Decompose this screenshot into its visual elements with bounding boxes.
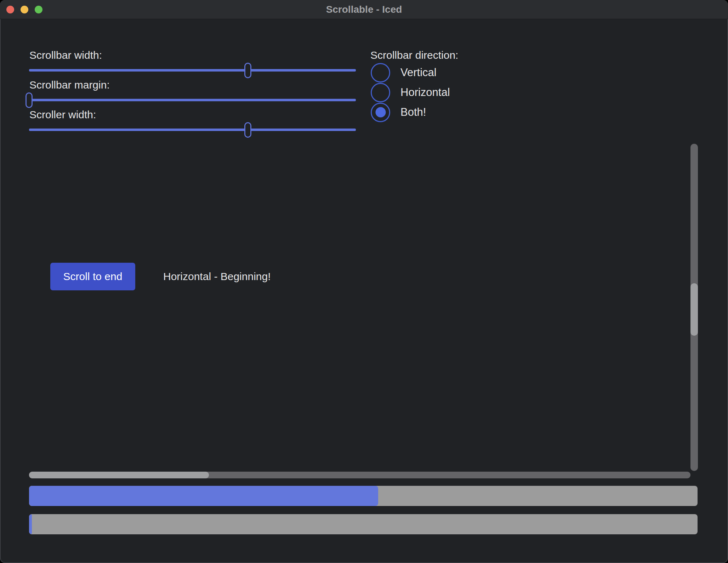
radio-option-horizontal[interactable]: Horizontal (371, 83, 450, 102)
vertical-scroll-progress-bar (29, 514, 698, 534)
scrollbar-margin-slider-handle[interactable] (25, 92, 33, 108)
vertical-scrollbar-track[interactable] (690, 144, 698, 471)
radio-label-vertical: Vertical (400, 66, 437, 79)
vertical-scrollbar-thumb[interactable] (690, 283, 698, 336)
scrollbar-width-slider-handle[interactable] (244, 63, 251, 78)
radio-circle-icon (371, 103, 390, 122)
scrollbar-width-label: Scrollbar width: (29, 49, 102, 61)
window-title: Scrollable - Iced (0, 0, 728, 19)
scroller-width-slider-handle[interactable] (244, 122, 251, 138)
titlebar: Scrollable - Iced (0, 0, 728, 19)
app-window: Scrollable - Iced Scrollbar width: Scrol… (0, 0, 728, 563)
scroller-width-slider[interactable] (29, 129, 356, 131)
scrollbar-margin-label: Scrollbar margin: (29, 79, 110, 91)
horizontal-scroll-progress-bar (29, 486, 698, 506)
scrollbar-margin-slider[interactable] (29, 99, 356, 101)
horizontal-scroll-progress-fill (29, 486, 378, 506)
radio-circle-icon (371, 83, 390, 102)
scroller-width-label: Scroller width: (29, 109, 96, 121)
radio-label-both: Both! (400, 106, 426, 119)
radio-option-both[interactable]: Both! (371, 102, 426, 122)
scrollbar-direction-label: Scrollbar direction: (370, 49, 458, 61)
horizontal-scrollbar-track[interactable] (29, 472, 690, 478)
scroll-to-end-button[interactable]: Scroll to end (50, 263, 135, 290)
radio-option-vertical[interactable]: Vertical (371, 63, 437, 83)
horizontal-scrollbar-thumb[interactable] (29, 472, 209, 478)
radio-circle-icon (371, 63, 390, 83)
radio-label-horizontal: Horizontal (400, 86, 450, 99)
scroll-status-text: Horizontal - Beginning! (163, 271, 271, 283)
vertical-scroll-progress-fill (29, 514, 32, 534)
radio-dot-icon (375, 107, 386, 118)
scrollbar-width-slider[interactable] (29, 69, 356, 72)
